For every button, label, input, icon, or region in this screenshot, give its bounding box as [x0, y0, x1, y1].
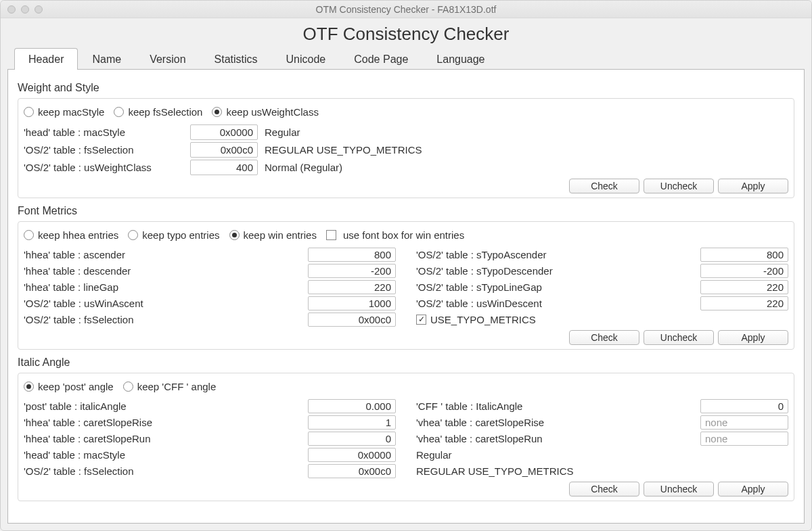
- field-label: 'OS/2' table : usWeightClass: [24, 162, 186, 173]
- field-desc: Normal (Regular): [265, 162, 342, 173]
- field-label: 'OS/2' table : fsSelection: [24, 144, 186, 156]
- italic-radio-row: keep 'post' angle keep 'CFF ' angle: [24, 377, 788, 395]
- button-row-italic: Check Uncheck Apply: [24, 482, 788, 497]
- os2-fsselection-italic-input[interactable]: [308, 464, 396, 478]
- tab-label: Version: [150, 53, 185, 65]
- field-label: 'OS/2' table : fsSelection: [24, 465, 304, 477]
- field-label: 'post' table : italicAngle: [24, 400, 304, 412]
- head-macstyle-input[interactable]: [308, 448, 396, 462]
- tab-content: Weight and Style keep macStyle keep fsSe…: [7, 70, 805, 524]
- metrics-grid: 'hhea' table : ascender 'hhea' table : d…: [24, 246, 788, 327]
- metrics-radio-row: keep hhea entries keep typo entries keep…: [24, 226, 788, 244]
- hhea-caretsloperise-input[interactable]: [308, 415, 396, 430]
- radio-keep-typo[interactable]: keep typo entries: [128, 229, 219, 241]
- hhea-descender-input[interactable]: [308, 264, 396, 278]
- minimize-icon[interactable]: [21, 5, 29, 14]
- window-title: OTM Consistency Checker - FA81X13D.otf: [1, 4, 811, 15]
- checkbox-use-font-box[interactable]: [326, 230, 336, 240]
- radio-keep-win[interactable]: keep win entries: [229, 229, 317, 241]
- field-label: 'hhea' table : caretSlopeRun: [24, 433, 304, 444]
- field-label: 'hhea' table : lineGap: [24, 281, 304, 293]
- metrics-left-col: 'hhea' table : ascender 'hhea' table : d…: [24, 246, 396, 327]
- field-desc: REGULAR USE_TYPO_METRICS: [416, 465, 788, 477]
- radio-keep-post-angle[interactable]: keep 'post' angle: [24, 381, 114, 392]
- field-desc: Regular: [265, 126, 300, 138]
- section-title-italic: Italic Angle: [18, 356, 794, 369]
- radio-keep-macstyle[interactable]: keep macStyle: [24, 106, 104, 118]
- field-label: 'head' table : macStyle: [24, 126, 186, 138]
- vhea-caretsloperun-input: [700, 432, 788, 446]
- tab-version[interactable]: Version: [135, 48, 200, 70]
- stypolinegap-input[interactable]: [700, 280, 788, 294]
- fsselection-metrics-input[interactable]: [308, 313, 396, 327]
- field-label: 'head' table : macStyle: [24, 449, 304, 461]
- uswinascent-input[interactable]: [308, 296, 396, 310]
- check-button[interactable]: Check: [569, 482, 639, 497]
- cff-italicangle-input[interactable]: [700, 399, 788, 413]
- field-label: 'hhea' table : descender: [24, 265, 304, 277]
- section-title-metrics: Font Metrics: [18, 205, 794, 217]
- tab-label: Name: [92, 53, 121, 65]
- uncheck-button[interactable]: Uncheck: [644, 179, 714, 193]
- group-font-metrics: keep hhea entries keep typo entries keep…: [18, 221, 794, 350]
- vhea-caretsloperise-input: [700, 415, 788, 430]
- italic-left-col: 'post' table : italicAngle 'hhea' table …: [24, 398, 396, 479]
- tab-codepage[interactable]: Code Page: [340, 48, 422, 70]
- tab-label: Statistics: [215, 53, 258, 65]
- field-label: 'hhea' table : ascender: [24, 249, 304, 260]
- field-label: 'CFF ' table : ItalicAngle: [416, 400, 696, 412]
- hhea-ascender-input[interactable]: [308, 248, 396, 262]
- tab-label: Language: [436, 53, 484, 65]
- radio-keep-fsselection[interactable]: keep fsSelection: [114, 106, 202, 118]
- tab-name[interactable]: Name: [78, 48, 135, 70]
- uncheck-button[interactable]: Uncheck: [644, 482, 714, 497]
- field-label: 'vhea' table : caretSlopeRun: [416, 433, 696, 444]
- macstyle-input[interactable]: [190, 124, 258, 140]
- field-label: 'OS/2' table : sTypoLineGap: [416, 281, 696, 293]
- tabbar: Header Name Version Statistics Unicode C…: [7, 47, 805, 70]
- uncheck-button[interactable]: Uncheck: [644, 330, 714, 345]
- metrics-right-col: 'OS/2' table : sTypoAscender 'OS/2' tabl…: [416, 246, 788, 327]
- tab-label: Code Page: [354, 53, 408, 65]
- tab-unicode[interactable]: Unicode: [272, 48, 340, 70]
- titlebar: OTM Consistency Checker - FA81X13D.otf: [1, 1, 811, 18]
- weight-radio-row: keep macStyle keep fsSelection keep usWe…: [24, 103, 788, 120]
- field-label: 'OS/2' table : usWinAscent: [24, 298, 304, 309]
- tab-language[interactable]: Language: [422, 48, 499, 70]
- page-title: OTF Consistency Checker: [1, 18, 811, 47]
- apply-button[interactable]: Apply: [718, 482, 788, 497]
- button-row-metrics: Check Uncheck Apply: [24, 330, 788, 345]
- weight-row: 'OS/2' table : usWeightClass Normal (Reg…: [24, 158, 788, 176]
- italic-grid: 'post' table : italicAngle 'hhea' table …: [24, 398, 788, 479]
- stypodescender-input[interactable]: [700, 264, 788, 278]
- radio-keep-hhea[interactable]: keep hhea entries: [24, 229, 118, 241]
- checkbox-label: use font box for win entries: [343, 229, 464, 241]
- field-label: 'OS/2' table : fsSelection: [24, 314, 304, 325]
- traffic-lights: [1, 5, 43, 14]
- stypoascender-input[interactable]: [700, 248, 788, 262]
- weight-row: 'OS/2' table : fsSelection REGULAR USE_T…: [24, 141, 788, 158]
- checkbox-use-typo-metrics[interactable]: ✓: [416, 315, 426, 325]
- hhea-caretsloperun-input[interactable]: [308, 432, 396, 446]
- uswindescent-input[interactable]: [700, 296, 788, 310]
- close-icon[interactable]: [7, 5, 16, 14]
- field-label: 'hhea' table : caretSlopeRise: [24, 417, 304, 428]
- tab-statistics[interactable]: Statistics: [200, 48, 272, 70]
- check-button[interactable]: Check: [569, 179, 639, 193]
- post-italicangle-input[interactable]: [308, 399, 396, 413]
- hhea-linegap-input[interactable]: [308, 280, 396, 294]
- usweightclass-input[interactable]: [190, 160, 258, 175]
- field-label: 'OS/2' table : sTypoAscender: [416, 249, 696, 260]
- apply-button[interactable]: Apply: [718, 179, 788, 193]
- check-button[interactable]: Check: [569, 330, 639, 345]
- fsselection-input[interactable]: [190, 142, 258, 158]
- app-window: OTM Consistency Checker - FA81X13D.otf O…: [0, 0, 812, 531]
- button-row-weight: Check Uncheck Apply: [24, 179, 788, 193]
- weight-row: 'head' table : macStyle Regular: [24, 123, 788, 141]
- zoom-icon[interactable]: [35, 5, 43, 14]
- tab-header[interactable]: Header: [14, 48, 78, 70]
- group-weight-style: keep macStyle keep fsSelection keep usWe…: [18, 98, 794, 198]
- apply-button[interactable]: Apply: [718, 330, 788, 345]
- radio-keep-usweightclass[interactable]: keep usWeightClass: [212, 106, 318, 118]
- radio-keep-cff-angle[interactable]: keep 'CFF ' angle: [123, 381, 217, 392]
